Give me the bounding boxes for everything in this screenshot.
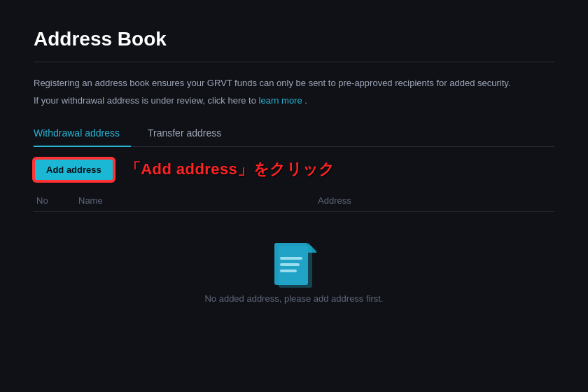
col-no: No [34, 195, 76, 206]
description-line1: Registering an address book ensures your… [34, 76, 554, 91]
learn-more-link[interactable]: learn more [259, 95, 302, 106]
page-title: Address Book [34, 28, 554, 50]
svg-rect-6 [279, 246, 312, 288]
toolbar: Add address 「Add address」をクリック [34, 158, 554, 181]
empty-doc-icon [272, 240, 316, 293]
annotation-text: 「Add address」をクリック [125, 159, 335, 180]
empty-state-message: No added address, please add address fir… [204, 293, 383, 304]
empty-state: No added address, please add address fir… [34, 212, 554, 318]
col-name: Name [76, 195, 315, 206]
col-address: Address [315, 195, 554, 206]
page-container: Address Book Registering an address book… [0, 0, 588, 392]
tab-transfer-address[interactable]: Transfer address [148, 122, 232, 147]
header-divider [34, 62, 554, 62]
add-address-button[interactable]: Add address [34, 158, 114, 181]
tabs-bar: Withdrawal address Transfer address [34, 121, 554, 147]
tab-withdrawal-address[interactable]: Withdrawal address [34, 122, 131, 147]
table-header: No Name Address [34, 190, 554, 212]
description-line2: If your withdrawal address is under revi… [34, 94, 554, 108]
